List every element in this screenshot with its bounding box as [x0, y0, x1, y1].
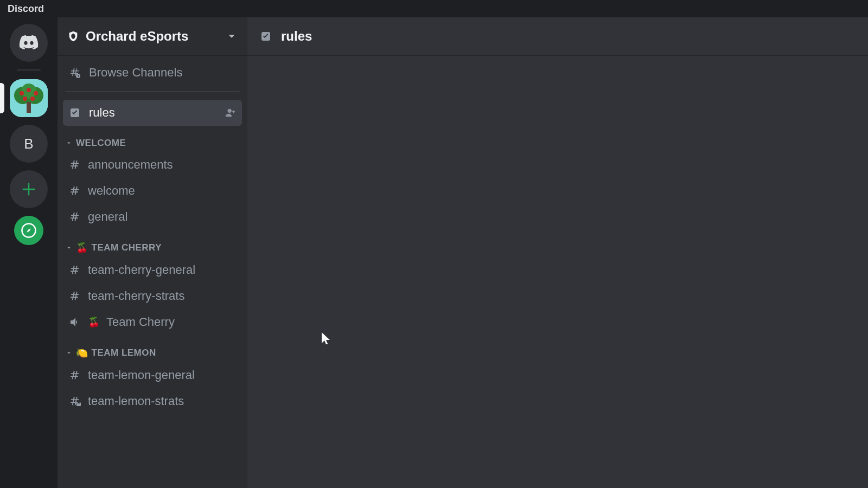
chat-body[interactable] [247, 55, 868, 488]
server-badge-icon [67, 30, 79, 42]
svg-point-7 [23, 97, 27, 101]
app-frame: B Orchard eSports Browse Channel [0, 17, 868, 488]
hash-icon [68, 369, 81, 382]
chat-header: rules [247, 17, 868, 55]
channel-announcements[interactable]: announcements [63, 152, 242, 178]
hash-icon [68, 184, 81, 197]
dm-avatar[interactable]: B [10, 125, 48, 163]
channel-label: welcome [88, 184, 135, 198]
category-team-cherry[interactable]: 🍒 TEAM CHERRY [63, 230, 242, 257]
dm-initial: B [24, 136, 33, 152]
server-selected-pill [0, 83, 4, 113]
app-name: Discord [8, 3, 44, 15]
channel-list: Browse Channels rules WELCOME announceme… [58, 55, 247, 414]
channel-team-cherry-general[interactable]: team-cherry-general [63, 257, 242, 283]
channel-label: rules [89, 106, 115, 120]
server-header[interactable]: Orchard eSports [58, 17, 247, 55]
channel-label: team-lemon-strats [88, 394, 184, 408]
plus-icon [21, 181, 37, 197]
channel-rules[interactable]: rules [63, 100, 242, 126]
invite-icon[interactable] [225, 107, 237, 119]
chevron-down-icon [65, 245, 73, 251]
rail-divider [17, 69, 41, 70]
speaker-icon [68, 316, 81, 329]
hash-icon [68, 264, 81, 277]
sidebar-divider [65, 91, 240, 92]
titlebar: Discord [0, 0, 868, 17]
cherry-emoji-icon: 🍒 [76, 242, 88, 254]
voice-channel-team-cherry[interactable]: 🍒 Team Cherry [63, 309, 242, 335]
discord-logo-icon [18, 33, 39, 53]
browse-label: Browse Channels [89, 66, 182, 80]
browse-icon [68, 66, 81, 79]
rules-icon [68, 106, 81, 119]
chevron-down-icon [65, 350, 73, 356]
category-welcome[interactable]: WELCOME [63, 126, 242, 152]
svg-point-5 [27, 88, 31, 92]
svg-point-6 [34, 91, 38, 95]
category-label: WELCOME [76, 138, 126, 149]
server-name: Orchard eSports [86, 29, 219, 44]
svg-point-4 [20, 91, 24, 95]
svg-rect-9 [27, 102, 31, 113]
channel-welcome[interactable]: welcome [63, 178, 242, 204]
server-icon-orchard[interactable] [10, 79, 48, 117]
chat-pane: rules [247, 17, 868, 488]
compass-icon [21, 222, 37, 239]
home-button[interactable] [10, 24, 48, 62]
hash-icon [68, 158, 81, 171]
category-label: TEAM LEMON [92, 348, 156, 358]
channel-team-lemon-general[interactable]: team-lemon-general [63, 362, 242, 388]
category-team-lemon[interactable]: 🍋 TEAM LEMON [63, 335, 242, 362]
tree-icon [10, 79, 48, 117]
chevron-down-icon [226, 30, 238, 42]
channel-label: team-cherry-general [88, 263, 195, 277]
explore-servers-button[interactable] [14, 216, 43, 245]
channel-label: team-cherry-strats [88, 289, 184, 303]
channel-label: general [88, 210, 127, 224]
lemon-emoji-icon: 🍋 [76, 347, 88, 359]
channel-label: team-lemon-general [88, 368, 195, 382]
channel-team-cherry-strats[interactable]: team-cherry-strats [63, 283, 242, 309]
cherry-emoji-icon: 🍒 [88, 316, 100, 328]
category-label: TEAM CHERRY [92, 242, 162, 253]
channel-label: Team Cherry [106, 315, 175, 329]
svg-point-8 [30, 97, 35, 101]
server-rail: B [0, 17, 58, 488]
hash-lock-icon [68, 395, 81, 408]
rules-icon [259, 30, 272, 43]
hash-icon [68, 290, 81, 303]
browse-channels[interactable]: Browse Channels [63, 60, 242, 86]
channel-sidebar: Orchard eSports Browse Channels rules [58, 17, 247, 488]
cursor-icon [321, 332, 332, 346]
chevron-down-icon [65, 140, 73, 146]
hash-icon [68, 210, 81, 223]
add-server-button[interactable] [10, 170, 48, 208]
chat-title: rules [281, 29, 312, 44]
channel-label: announcements [88, 158, 173, 172]
channel-general[interactable]: general [63, 204, 242, 230]
channel-team-lemon-strats[interactable]: team-lemon-strats [63, 388, 242, 414]
